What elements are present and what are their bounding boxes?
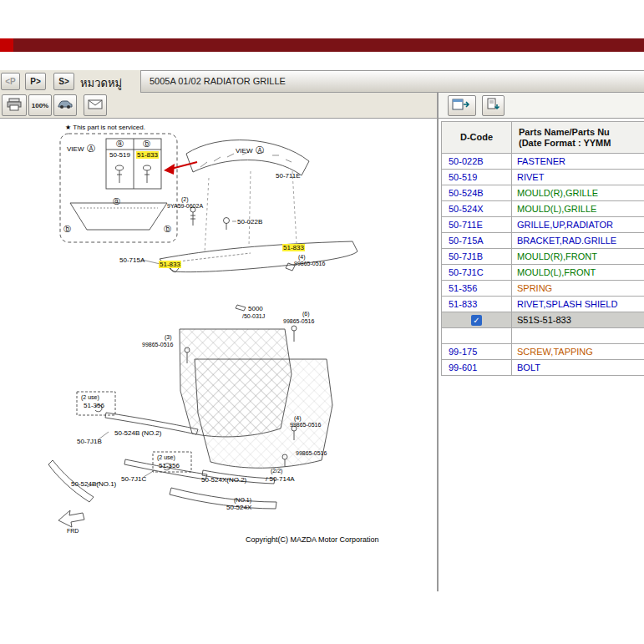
diagram-label: (6) [302,311,310,317]
view-a-label: VIEW [67,145,84,153]
diagram-label: 51-356 [84,402,104,409]
diagram-label: (2) [181,196,189,203]
diagram-label: 50-7J1C [121,475,146,483]
diagram-label: 50-524X(NO.2) [201,476,246,484]
highlighted-part-label: 51-833 [136,151,159,159]
part-code-link[interactable]: 51-356 [442,281,512,297]
transfer-parts-button[interactable] [448,95,476,116]
diagram-label: 50-524X [226,504,251,511]
part-code-link[interactable]: 50-7J1C [442,265,512,281]
part-code-link[interactable]: 50-711E [442,217,512,233]
next-page-button[interactable]: P> [25,73,46,90]
prev-page-button[interactable]: <P [1,73,20,90]
frd-direction-label: FRD [67,528,79,535]
export-list-icon [486,98,500,111]
figure-title: 5005A 01/02 RADIATOR GRILLE [150,76,286,86]
table-row: 50-022BFASTENER [442,154,644,170]
parts-diagram: ★ This part is not serviced.VIEWⒶⓐⓑ50-51… [0,119,436,587]
not-serviced-note: ★ This part is not serviced. [65,124,145,131]
part-select-checkbox[interactable]: ✓ [471,315,482,326]
table-row: 50-7J1BMOULD(R),FRONT [442,249,644,265]
diagram-label: 99865-0516 [142,342,173,348]
table-row: ✓S51S-51-833 [442,312,644,328]
diagram-label: ⓐ [113,197,120,205]
diagram-label: (3) [165,334,172,341]
part-code-link[interactable]: 50-7J1B [442,249,512,265]
navigation-toolbar: <P P> S> หมวดหมู่ 5005A 01/02 RADIATOR G… [0,70,644,93]
diagram-label: 50-7J1B [77,438,102,445]
view-a-marker: Ⓐ [256,145,264,155]
diagram-label: 5000 [248,305,263,312]
email-icon [88,99,103,109]
diagram-label: 99865-0516 [296,450,327,457]
part-code-link[interactable]: 51-833 [442,297,512,312]
parts-table: D-Code Parts Name/Parts Nu (Date Format … [441,121,644,376]
diagram-label: 9YA59-0602A [167,203,203,210]
part-code-link[interactable]: 50-519 [442,170,512,185]
print-icon [7,98,22,111]
diagram-labels: ★ This part is not serviced.VIEWⒶⓐⓑ50-51… [0,119,436,587]
figure-title-bar: 5005A 01/02 RADIATOR GRILLE [140,70,644,93]
diagram-label: 50-711E [276,172,301,180]
part-code-link[interactable]: 99-601 [442,360,512,376]
table-row: 51-356SPRING [442,281,644,297]
diagram-label: ⓑ [63,225,71,233]
part-name: RIVET,SPLASH SHIELD [512,297,644,312]
diagram-label: 51-356 [159,462,180,469]
diagram-label: (4) [294,415,302,422]
transfer-parts-icon [452,98,472,111]
table-row: 50-519RIVET [442,170,644,185]
sections-button[interactable]: S> [53,73,74,90]
diagram-label: 50-524B(NO.1) [71,480,116,488]
parts-name-header-line1: Parts Name/Parts Nu [519,127,644,138]
vehicle-info-button[interactable] [53,94,77,116]
table-row: 50-7J1CMOULD(L),FRONT [442,265,644,281]
parts-list-panel: D-Code Parts Name/Parts Nu (Date Format … [441,121,644,589]
epc-window: <P P> S> หมวดหมู่ 5005A 01/02 RADIATOR G… [0,0,644,644]
column-header-dcode: D-Code [442,122,512,154]
part-code-link[interactable]: 50-715A [442,233,512,249]
app-banner-accent [0,38,13,52]
part-name: SPRING [512,281,644,297]
category-tab[interactable]: หมวดหมู่ [80,74,122,92]
diagram-label: ⓐ [116,139,124,148]
part-name: MOULD(R),GRILLE [512,185,644,201]
highlighted-part-label: 51-833 [282,244,305,251]
part-name: FASTENER [512,154,644,170]
diagram-label: (2 use) [81,394,99,401]
selected-part-number: S51S-51-833 [512,312,644,328]
part-name: BRACKET,RAD.GRILLE [512,233,644,249]
table-row: 50-524BMOULD(R),GRILLE [442,185,644,201]
part-code-link[interactable]: 99-175 [442,344,512,360]
print-button[interactable] [2,94,27,116]
highlighted-part-label: 51-833 [159,261,181,268]
diagram-label: 99865-0516 [290,422,321,428]
part-name: MOULD(L),GRILLE [512,201,644,217]
app-banner [0,38,644,52]
view-a-marker: Ⓐ [87,144,95,154]
table-row: 50-711EGRILLE,UP,RADIATOR [442,217,644,233]
table-row: 99-601BOLT [442,360,644,376]
zoom-100-button[interactable]: 100% [28,94,52,116]
part-code-link[interactable]: 50-022B [442,154,512,170]
diagram-label: ⓑ [164,225,171,233]
part-name: SCREW,TAPPING [512,344,644,360]
copyright-text: Copyright(C) MAZDA Motor Corporation [246,535,379,544]
part-code-link[interactable]: 50-524X [442,201,512,217]
diagram-label: (4) [298,254,306,261]
vehicle-icon [57,99,74,109]
diagram-label: (NO.1) [234,497,251,504]
table-row [442,328,644,344]
table-row: 50-524XMOULD(L),GRILLE [442,201,644,217]
email-button[interactable] [84,94,107,116]
diagram-label: 99865-0516 [294,261,325,267]
part-code-link[interactable]: 50-524B [442,185,512,201]
table-row: 51-833RIVET,SPLASH SHIELD [442,297,644,312]
export-list-button[interactable] [482,95,505,116]
diagram-label: 99865-0516 [283,318,314,325]
diagram-label: 50-519 [109,151,130,159]
panel-divider [437,93,439,591]
table-row: 99-175SCREW,TAPPING [442,344,644,360]
part-name: MOULD(L),FRONT [512,265,644,281]
part-name: BOLT [512,360,644,376]
